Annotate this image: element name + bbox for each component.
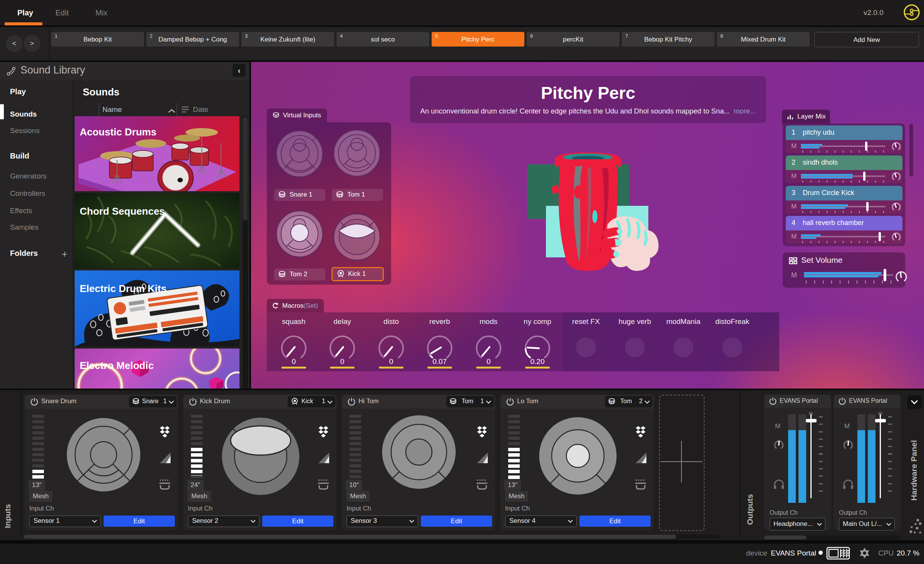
svg-text:Acoustic Drums: Acoustic Drums [80,126,156,138]
svg-text:Electro Melodic: Electro Melodic [80,360,154,371]
svg-text:Electric Drum Kits: Electric Drum Kits [80,283,166,294]
svg-text:Chord Sequences: Chord Sequences [80,205,165,217]
